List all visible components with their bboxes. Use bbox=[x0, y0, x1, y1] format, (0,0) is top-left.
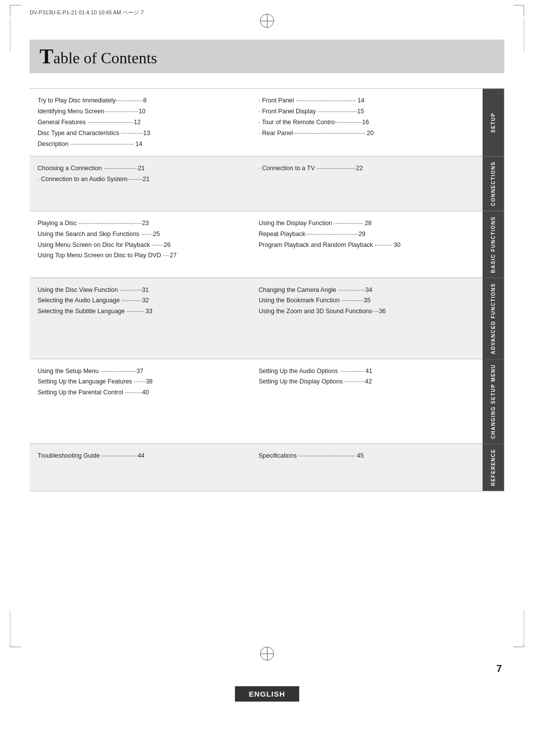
col2-reference: Specifications ·························… bbox=[259, 451, 475, 484]
toc-entry: · Front Panel ··························… bbox=[259, 95, 475, 106]
toc-entry: Using the Zoom and 3D Sound Functions···… bbox=[259, 306, 475, 317]
toc-section-basic: Playing a Disc ·························… bbox=[30, 211, 504, 278]
col1-setup: Try to Play Disc Immediately············… bbox=[38, 95, 254, 149]
toc-body-setup: Try to Play Disc Immediately············… bbox=[30, 89, 483, 156]
col1-connections: Choosing a Connection ··················… bbox=[38, 163, 254, 204]
toc-entry: Selecting the Audio Language ···········… bbox=[38, 295, 254, 306]
toc-entry: Program Playback and Random Playback ···… bbox=[259, 240, 475, 251]
side-line bbox=[10, 17, 10, 52]
toc-entry: Description ····························… bbox=[38, 139, 254, 150]
trim-mark-tl bbox=[10, 5, 21, 16]
toc-entry: Selecting the Subtitle Language ········… bbox=[38, 306, 254, 317]
col1-reference: Troubleshooting Guide ··················… bbox=[38, 451, 254, 484]
toc-entry: Using Menu Screen on Disc for Playback ·… bbox=[38, 240, 254, 251]
toc-body-advanced: Using the Disc View Function ···········… bbox=[30, 278, 483, 359]
main-content: Table of Contents Try to Play Disc Immed… bbox=[30, 40, 504, 647]
registration-mark-top bbox=[260, 14, 274, 28]
toc-entry: Using the Search and Skip Functions ····… bbox=[38, 229, 254, 240]
toc-entry: Repeat Playback·························… bbox=[259, 229, 475, 240]
toc-section-changing: Using the Setup Menu ···················… bbox=[30, 359, 504, 444]
toc-section-connections: Choosing a Connection ··················… bbox=[30, 156, 504, 211]
toc-section-advanced: Using the Disc View Function ···········… bbox=[30, 278, 504, 359]
col1-advanced: Using the Disc View Function ···········… bbox=[38, 285, 254, 352]
toc-body-changing: Using the Setup Menu ···················… bbox=[30, 359, 483, 444]
toc-section-setup: Try to Play Disc Immediately············… bbox=[30, 88, 504, 156]
trim-mark-tr bbox=[513, 5, 524, 16]
page-meta: DV-P313U-E-P1-21 01.4.10 10:45 AM ページ 7 bbox=[30, 9, 144, 16]
toc-section-reference: Troubleshooting Guide ··················… bbox=[30, 443, 504, 491]
title-big-letter: T bbox=[40, 45, 53, 68]
toc-entry: Using the Bookmark Function ············… bbox=[259, 295, 475, 306]
toc-body-connections: Choosing a Connection ··················… bbox=[30, 156, 483, 211]
toc-entry: Using Top Menu Screen on Disc to Play DV… bbox=[38, 250, 254, 261]
toc-entry: · Front Panel Display ··················… bbox=[259, 106, 475, 117]
col2-setup: · Front Panel ··························… bbox=[259, 95, 475, 149]
toc-entry: Using the Setup Menu ···················… bbox=[38, 366, 254, 377]
col2-changing: Setting Up the Audio Options ···········… bbox=[259, 366, 475, 437]
toc-entry: · Rear Panel····························… bbox=[259, 128, 475, 139]
toc-container: Try to Play Disc Immediately············… bbox=[30, 88, 504, 491]
tab-label-advanced: ADVANCED FUNCTIONS bbox=[483, 278, 504, 359]
toc-entry: · Tour of the Remote Contro·············… bbox=[259, 117, 475, 128]
side-line bbox=[524, 17, 524, 52]
toc-entry: Identifying Menu Screen·················… bbox=[38, 106, 254, 117]
page-number: 7 bbox=[496, 663, 502, 674]
title-bar: Table of Contents bbox=[30, 40, 504, 73]
tab-label-basic: BASIC FUNCTIONS bbox=[483, 211, 504, 278]
tab-label-reference: REFERENCE bbox=[483, 444, 504, 491]
col2-basic: Using the Display Function ·············… bbox=[259, 218, 475, 271]
toc-entry: Playing a Disc ·························… bbox=[38, 218, 254, 229]
col1-basic: Playing a Disc ·························… bbox=[38, 218, 254, 271]
registration-mark-bottom bbox=[260, 647, 274, 661]
tab-label-changing: CHANGING SETUP MENU bbox=[483, 359, 504, 444]
col1-changing: Using the Setup Menu ···················… bbox=[38, 366, 254, 437]
page-title: Table of Contents bbox=[40, 45, 494, 68]
toc-entry: Changing the Camera Angle ··············… bbox=[259, 285, 475, 296]
toc-entry: Disc Type and Characteristics ··········… bbox=[38, 128, 254, 139]
toc-entry: Setting Up the Audio Options ···········… bbox=[259, 366, 475, 377]
toc-entry: Setting Up the Language Features ·······… bbox=[38, 377, 254, 387]
col2-connections: · Connection to a TV ···················… bbox=[259, 163, 475, 204]
trim-mark-br bbox=[513, 636, 524, 647]
toc-entry: Specifications ·························… bbox=[259, 451, 475, 462]
toc-entry: · Connection to a TV ···················… bbox=[259, 163, 475, 174]
toc-entry: Try to Play Disc Immediately············… bbox=[38, 95, 254, 106]
toc-entry: · Connection to an Audio System·········… bbox=[38, 174, 254, 185]
toc-body-reference: Troubleshooting Guide ··················… bbox=[30, 444, 483, 491]
toc-entry: Choosing a Connection ··················… bbox=[38, 163, 254, 174]
toc-entry: Using the Disc View Function ···········… bbox=[38, 285, 254, 296]
tab-label-connections: CONNECTIONS bbox=[483, 156, 504, 211]
side-line bbox=[524, 610, 524, 645]
tab-label-setup: SETUP bbox=[483, 89, 504, 156]
side-line bbox=[10, 610, 10, 645]
title-rest: able of Contents bbox=[53, 49, 157, 67]
col2-advanced: Changing the Camera Angle ··············… bbox=[259, 285, 475, 352]
toc-body-basic: Playing a Disc ·························… bbox=[30, 211, 483, 278]
toc-entry: Troubleshooting Guide ··················… bbox=[38, 451, 254, 462]
toc-entry: Setting Up the Parental Control ········… bbox=[38, 387, 254, 398]
toc-entry: Setting Up the Display Options ·········… bbox=[259, 377, 475, 387]
toc-entry: General Features ·······················… bbox=[38, 117, 254, 128]
english-badge: ENGLISH bbox=[235, 686, 299, 702]
trim-mark-bl bbox=[10, 636, 21, 647]
toc-entry: Using the Display Function ·············… bbox=[259, 218, 475, 229]
